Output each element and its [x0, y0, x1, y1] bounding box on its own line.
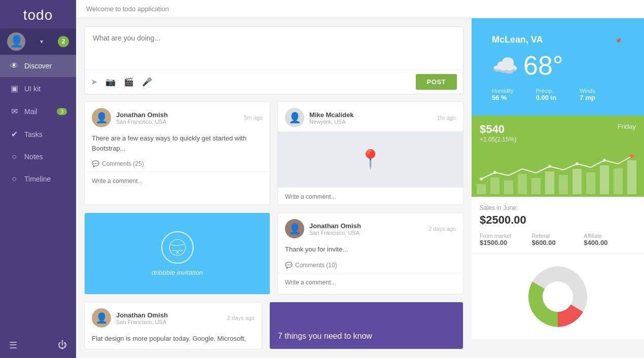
post-input[interactable]: [85, 27, 463, 67]
comment-input[interactable]: [285, 279, 456, 286]
precip: Precip. 0.00 in: [536, 88, 580, 101]
svg-rect-4: [518, 174, 527, 194]
camera-icon[interactable]: 📷: [105, 77, 116, 87]
power-icon[interactable]: ⏻: [58, 340, 67, 351]
user-location: San Francisco, USA: [116, 119, 239, 125]
map-pin-icon: 📍: [359, 149, 382, 170]
sidebar-item-label: Timeline: [24, 175, 51, 183]
sidebar-item-uikit[interactable]: ▣ UI kit: [0, 77, 76, 100]
card-header: 👤 Jonathan Omish San Francisco, USA 2 da…: [278, 213, 463, 242]
app-title: todo: [0, 0, 76, 28]
stock-widget: $540 +1.05(2.15%) Friday: [472, 116, 644, 197]
comment-input-area: [278, 273, 463, 291]
topbar-message: Welcome to todo application: [86, 5, 169, 13]
referal-label: Referal: [532, 233, 584, 239]
user-name: Jonathan Omish: [116, 111, 239, 119]
card-comments: 💬 Comments (10): [278, 260, 463, 273]
comments-count[interactable]: Comments (10): [295, 262, 337, 269]
right-panel: McLean, VA 📍 ☁️ 68° Humidity 56 % Prec: [472, 18, 644, 358]
dribbble-card: dribbble invitation: [84, 212, 270, 295]
dribbble-label: dribbble invitation: [152, 269, 203, 276]
affiliate-label: Affiliate: [584, 233, 636, 239]
sidebar-item-label: Notes: [24, 153, 43, 161]
mic-icon[interactable]: 🎤: [142, 77, 152, 87]
svg-point-15: [548, 165, 551, 168]
user-name: Jonathan Omish: [309, 222, 423, 230]
location-icon[interactable]: ➤: [91, 77, 97, 87]
svg-rect-2: [490, 177, 499, 194]
svg-point-18: [630, 154, 634, 158]
card-body: There are a few easy ways to quickly get…: [85, 131, 270, 158]
user-location: Newyork, USA: [309, 119, 432, 125]
affiliate-value: $400.00: [584, 239, 636, 246]
menu-icon[interactable]: ☰: [9, 340, 17, 351]
card-header: 👤 Jonathan Omish San Francisco, USA 5m a…: [85, 102, 270, 131]
referal-value: $600.00: [532, 239, 584, 246]
topbar: Welcome to todo application: [76, 0, 644, 18]
eye-icon: 👁: [9, 61, 19, 70]
sidebar-item-timeline[interactable]: ○ Timeline: [0, 168, 76, 190]
card-time: 1hr ago: [437, 115, 456, 121]
avatar: 👤: [92, 108, 111, 127]
comments-count[interactable]: Comments (25): [102, 160, 144, 167]
post-actions: ➤ 📷 🎬 🎤: [91, 77, 152, 87]
video-icon[interactable]: 🎬: [124, 77, 134, 87]
humidity-value: 56 %: [492, 94, 536, 101]
sidebar-item-tasks[interactable]: ✔ Tasks: [0, 123, 76, 146]
weather-temp: 68°: [523, 50, 563, 81]
sales-row: From market $1500.00 Referal $600.00 Aff…: [480, 233, 636, 246]
svg-rect-12: [627, 160, 636, 194]
svg-rect-6: [545, 171, 554, 194]
svg-point-16: [576, 162, 579, 165]
post-card-6: 7 things you need to know: [269, 302, 463, 349]
user-row: 👤 ▾ 2: [0, 28, 76, 55]
card-overlay-text: 7 things you need to know: [278, 332, 372, 341]
sidebar-item-mail[interactable]: ✉ Mail 3: [0, 100, 76, 123]
chevron-down-icon[interactable]: ▾: [40, 38, 43, 45]
avatar[interactable]: 👤: [7, 32, 25, 51]
sales-amount: $2500.00: [480, 213, 636, 227]
avatar: 👤: [92, 308, 111, 328]
feed-row-3: 👤 Jonathan Omish San Francisco, USA 2 da…: [84, 302, 463, 349]
winds-label: Winds: [580, 88, 624, 94]
svg-point-0: [169, 239, 186, 256]
mail-icon: ✉: [9, 106, 19, 116]
svg-point-13: [480, 177, 483, 181]
stock-left: $540 +1.05(2.15%): [480, 123, 516, 145]
feed: ➤ 📷 🎬 🎤 POST 👤: [76, 18, 472, 358]
weather-widget: McLean, VA 📍 ☁️ 68° Humidity 56 % Prec: [472, 18, 644, 116]
sidebar-item-label: Tasks: [24, 130, 43, 138]
tasks-icon: ✔: [9, 129, 19, 139]
humidity: Humidity 56 %: [492, 88, 536, 101]
comment-bubble-icon: 💬: [92, 160, 99, 167]
user-location: San Francisco, USA: [116, 319, 222, 325]
svg-point-19: [543, 281, 573, 312]
sidebar-item-notes[interactable]: ○ Notes: [0, 146, 76, 168]
svg-point-17: [603, 159, 606, 162]
post-area-footer: ➤ 📷 🎬 🎤 POST: [85, 69, 463, 94]
svg-rect-8: [573, 169, 582, 194]
location-pin-icon: 📍: [614, 38, 624, 47]
humidity-label: Humidity: [492, 88, 536, 94]
precip-value: 0.00 in: [536, 94, 580, 101]
winds-value: 7 mp: [580, 94, 624, 101]
post-button[interactable]: POST: [416, 74, 457, 90]
dribbble-content: dribbble invitation: [85, 213, 270, 294]
grid-icon: ▣: [9, 84, 19, 93]
notes-icon: ○: [9, 152, 19, 161]
weather-city: McLean, VA: [492, 34, 543, 45]
comment-input[interactable]: [92, 177, 263, 185]
svg-rect-9: [586, 172, 595, 194]
stock-chart: [472, 146, 644, 197]
map-image: 📍: [278, 131, 463, 187]
comment-input[interactable]: [285, 193, 456, 200]
avatar: 👤: [285, 108, 304, 127]
stock-price: $540: [480, 123, 516, 136]
weather-details: Humidity 56 % Precip. 0.00 in Winds 7 mp: [492, 88, 624, 101]
user-location: San Francisco, USA: [309, 230, 423, 236]
svg-rect-7: [559, 175, 568, 194]
sidebar-item-discover[interactable]: 👁 Discover: [0, 55, 76, 77]
card-header: 👤 Jonathan Omish San Francisco, USA 2 da…: [85, 302, 262, 332]
sidebar-bottom: ☰ ⏻: [0, 333, 76, 358]
card-user: Jonathan Omish San Francisco, USA: [309, 222, 423, 236]
